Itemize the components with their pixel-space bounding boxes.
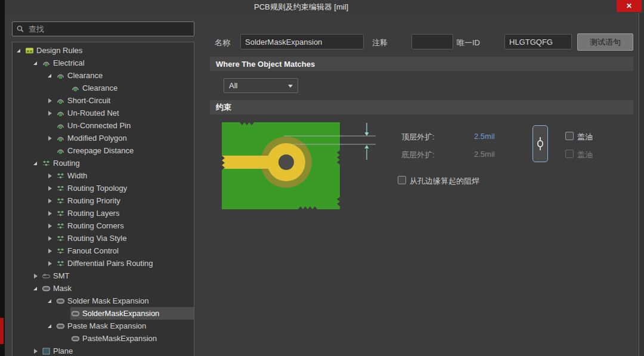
chevron-down-icon — [288, 85, 293, 88]
mask-rule-icon — [56, 322, 65, 330]
expand-arrow-icon[interactable] — [48, 136, 55, 141]
smt-rule-icon — [42, 272, 51, 280]
expand-arrow-icon[interactable] — [48, 111, 55, 116]
tree-item-label: Paste Mask Expansion — [67, 321, 146, 330]
tree-item-routing-layers[interactable]: Routing Layers — [13, 207, 194, 219]
electrical-rule-icon — [56, 147, 65, 155]
plane-rule-icon — [42, 347, 51, 355]
tree-item-routing[interactable]: Routing — [13, 157, 194, 169]
tree-item-creepage-distance[interactable]: Creepage Distance — [13, 144, 194, 157]
expand-arrow-icon[interactable] — [48, 249, 55, 253]
electrical-rule-icon — [56, 134, 65, 143]
tree-item-fanout-control[interactable]: Fanout Control — [13, 244, 194, 257]
tree-item-label: Design Rules — [36, 46, 82, 55]
tree-item-solder-mask-expansion[interactable]: Solder Mask Expansion — [13, 295, 194, 307]
from-hole-edge-checkbox[interactable] — [398, 176, 406, 184]
tree-item-routing-priority[interactable]: Routing Priority — [13, 194, 194, 207]
expand-arrow-icon[interactable] — [33, 274, 41, 278]
scope-dropdown[interactable]: All — [224, 78, 298, 93]
tree-item-label: Width — [67, 171, 87, 180]
design-rules-folder-icon — [25, 47, 34, 55]
tree-item-smt[interactable]: SMT — [13, 270, 194, 282]
tree-item-mask[interactable]: Mask — [13, 282, 194, 295]
close-icon: ✕ — [626, 2, 632, 10]
collapse-arrow-icon[interactable] — [17, 49, 24, 52]
tenting-bottom-checkbox — [565, 150, 574, 158]
tree-item-label: SMT — [53, 271, 69, 280]
electrical-rule-icon — [56, 97, 65, 105]
bottom-expansion-value: 2.5mil — [474, 150, 495, 159]
tree-item-label: Routing Priority — [67, 196, 120, 205]
tree-item-un-routed-net[interactable]: Un-Routed Net — [13, 107, 194, 119]
tenting-bottom-label: 盖油 — [577, 150, 593, 160]
tree-item-clearance[interactable]: Clearance — [13, 69, 194, 82]
search-icon — [17, 25, 24, 33]
tree-item-un-connected-pin[interactable]: Un-Connected Pin — [13, 119, 194, 132]
tree-item-routing-via-style[interactable]: Routing Via Style — [13, 232, 194, 244]
collapse-arrow-icon[interactable] — [48, 324, 55, 328]
tree-item-label: Creepage Distance — [67, 146, 134, 155]
tree-item-design-rules[interactable]: Design Rules — [13, 44, 194, 57]
collapse-arrow-icon[interactable] — [48, 74, 55, 78]
name-label: 名称 — [215, 38, 230, 48]
expand-arrow-icon[interactable] — [48, 224, 55, 228]
tree-item-label: SolderMaskExpansion — [82, 309, 159, 318]
tree-item-label: Un-Connected Pin — [67, 121, 131, 130]
constraints-section-header: 约束 — [210, 100, 633, 114]
routing-rule-icon — [56, 197, 65, 205]
expand-arrow-icon[interactable] — [48, 199, 55, 203]
tree-item-differential-pairs-routing[interactable]: Differential Pairs Routing — [13, 257, 194, 270]
rule-search-box[interactable] — [12, 21, 194, 36]
electrical-rule-icon — [56, 72, 65, 80]
expand-arrow-icon[interactable] — [48, 98, 55, 103]
tree-item-short-circuit[interactable]: Short-Circuit — [13, 94, 194, 107]
tree-item-width[interactable]: Width — [13, 169, 194, 182]
tree-item-soldermaskexpansion-selected[interactable]: SolderMaskExpansion — [13, 307, 194, 320]
tree-item-clearance-rule[interactable]: Clearance — [13, 82, 194, 94]
expand-arrow-icon[interactable] — [48, 261, 55, 266]
routing-rule-icon — [42, 159, 51, 168]
test-query-button[interactable]: 测试语句 — [577, 33, 633, 51]
window-title: PCB规则及约束编辑器 [mil] — [254, 2, 348, 13]
mask-rule-icon — [71, 335, 80, 343]
tree-item-label: Short-Circuit — [67, 96, 110, 105]
comment-input[interactable] — [411, 34, 453, 49]
expand-arrow-icon[interactable] — [33, 349, 41, 354]
collapse-arrow-icon[interactable] — [48, 299, 55, 303]
expand-arrow-icon[interactable] — [48, 236, 55, 241]
tree-item-routing-topology[interactable]: Routing Topology — [13, 182, 194, 194]
tree-item-modified-polygon[interactable]: Modified Polygon — [13, 132, 194, 144]
collapse-arrow-icon[interactable] — [33, 61, 41, 65]
tree-item-plane[interactable]: Plane — [13, 345, 194, 356]
close-button[interactable]: ✕ — [617, 0, 642, 12]
tree-item-label: Un-Routed Net — [67, 109, 119, 117]
tree-item-paste-mask-expansion[interactable]: Paste Mask Expansion — [13, 320, 194, 332]
link-values-button[interactable] — [532, 125, 548, 162]
rule-name-input[interactable] — [240, 34, 364, 49]
top-expansion-value[interactable]: 2.5mil — [474, 132, 495, 141]
electrical-rule-icon — [42, 59, 51, 67]
routing-rule-icon — [56, 209, 65, 218]
tenting-top-checkbox[interactable] — [565, 132, 574, 140]
tree-item-label: Routing Corners — [67, 221, 124, 230]
search-input[interactable] — [27, 24, 190, 34]
collapse-arrow-icon[interactable] — [33, 162, 41, 165]
expand-arrow-icon[interactable] — [48, 211, 55, 216]
tree-item-label: Routing Layers — [67, 209, 119, 218]
tree-item-label: Differential Pairs Routing — [67, 259, 153, 268]
expand-arrow-icon[interactable] — [48, 174, 55, 178]
tree-item-routing-corners[interactable]: Routing Corners — [13, 219, 194, 232]
from-hole-edge-label: 从孔边缘算起的阻焊 — [410, 176, 479, 187]
tree-item-pastemaskexpansion[interactable]: PasteMaskExpansion — [13, 332, 194, 345]
top-expansion-label: 顶层外扩: — [401, 132, 435, 143]
electrical-rule-icon — [71, 84, 80, 92]
tenting-top-label: 盖油 — [577, 132, 593, 143]
tree-item-electrical[interactable]: Electrical — [13, 57, 194, 69]
tree-item-label: Fanout Control — [67, 246, 119, 255]
mask-rule-icon — [42, 284, 51, 293]
background-window-fragment — [0, 318, 4, 344]
unique-id-input[interactable] — [504, 34, 572, 49]
collapse-arrow-icon[interactable] — [33, 287, 41, 290]
rules-tree[interactable]: Design Rules Electrical Clearance Cleara… — [12, 42, 194, 356]
expand-arrow-icon[interactable] — [48, 186, 55, 191]
